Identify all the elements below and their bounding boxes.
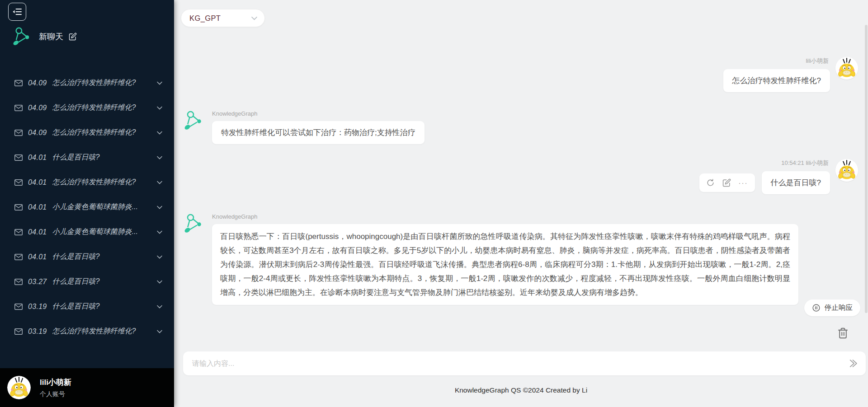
history-date: 04.01 xyxy=(28,178,47,187)
footer-text: KnowledgeGraph QS ©2024 Created by Li xyxy=(174,386,868,394)
chat-history-list: 04.09 怎么治疗特发性肺纤维化? 04.09 怎么治疗特发性肺纤维化? 04… xyxy=(0,70,174,344)
message-bubble: 百日咳熟悉一下：百日咳(pertussis，whoopingcough)是由百日… xyxy=(212,224,798,305)
user-avatar xyxy=(835,57,858,80)
history-title: 什么是百日咳? xyxy=(52,153,151,162)
user-message: 10:54:21 lili小萌新 ··· 什么是百日咳? xyxy=(699,159,858,194)
history-item[interactable]: 04.01 怎么治疗特发性肺纤维化? xyxy=(0,170,174,195)
chat-scrollbar[interactable] xyxy=(865,25,868,313)
chevron-down-icon[interactable] xyxy=(157,156,162,159)
history-title: 什么是百日咳? xyxy=(52,302,151,311)
envelope-icon xyxy=(14,179,23,186)
history-date: 03.27 xyxy=(28,278,47,286)
chevron-down-icon[interactable] xyxy=(157,255,162,259)
history-date: 04.09 xyxy=(28,79,47,87)
message-sender: lili小萌新 xyxy=(806,57,829,65)
history-date: 03.19 xyxy=(28,303,47,311)
chevron-down-icon[interactable] xyxy=(157,131,162,135)
history-date: 04.01 xyxy=(28,203,47,211)
history-title: 怎么治疗特发性肺纤维化? xyxy=(52,128,151,137)
message-input[interactable] xyxy=(191,359,848,368)
chevron-down-icon[interactable] xyxy=(157,206,162,209)
message-meta: 10:54:21 lili小萌新 xyxy=(781,159,829,167)
message-sender: KnowledgeGraph xyxy=(212,213,798,220)
history-title: 怎么治疗特发性肺纤维化? xyxy=(52,178,151,187)
history-item[interactable]: 04.01 什么是百日咳? xyxy=(0,244,174,269)
user-avatar xyxy=(7,376,31,399)
message-bubble: 怎么治疗特发性肺纤维化? xyxy=(723,69,830,92)
stop-response-label: 停止响应 xyxy=(825,303,853,313)
duck-avatar-icon xyxy=(7,376,31,399)
envelope-icon xyxy=(14,229,23,235)
chevron-down-icon[interactable] xyxy=(157,181,162,184)
history-title: 怎么治疗特发性肺纤维化? xyxy=(52,103,151,112)
envelope-icon xyxy=(14,130,23,136)
envelope-icon xyxy=(14,279,23,285)
envelope-icon xyxy=(14,80,23,86)
history-title: 小儿金黄色葡萄球菌肺炎... xyxy=(52,227,151,237)
history-date: 04.01 xyxy=(28,154,47,162)
stop-response-button[interactable]: 停止响应 xyxy=(804,299,860,316)
history-title: 怎么治疗特发性肺纤维化? xyxy=(52,78,151,88)
message-bubble: 特发性肺纤维化可以尝试如下治疗：药物治疗;支持性治疗 xyxy=(212,121,425,144)
new-chat-label: 新聊天 xyxy=(39,31,63,42)
chevron-down-icon[interactable] xyxy=(157,305,162,309)
message-sender: lili小萌新 xyxy=(806,159,829,166)
bot-message: KnowledgeGraph 特发性肺纤维化可以尝试如下治疗：药物治疗;支持性治… xyxy=(183,109,425,144)
refresh-icon xyxy=(706,178,715,187)
chevron-down-icon[interactable] xyxy=(157,330,162,333)
message-sender: KnowledgeGraph xyxy=(212,110,425,117)
history-item[interactable]: 03.19 怎么治疗特发性肺纤维化? xyxy=(0,319,174,344)
chevron-down-icon[interactable] xyxy=(157,280,162,284)
history-item[interactable]: 03.27 什么是百日咳? xyxy=(0,269,174,294)
history-title: 小儿金黄色葡萄球菌肺炎... xyxy=(52,202,151,212)
history-item[interactable]: 04.09 怎么治疗特发性肺纤维化? xyxy=(0,120,174,145)
user-profile[interactable]: lili小萌新 个人账号 xyxy=(0,368,174,407)
history-item[interactable]: 03.19 什么是百日咳? xyxy=(0,294,174,319)
history-date: 04.09 xyxy=(28,104,47,112)
profile-account-type: 个人账号 xyxy=(40,390,71,398)
message-time: 10:54:21 xyxy=(781,159,804,166)
model-selector[interactable]: KG_GPT xyxy=(181,9,265,27)
more-actions-icon[interactable]: ··· xyxy=(739,181,748,185)
app-window: 新聊天 04.09 怎么治疗特发性肺纤维化? 04.09 怎么治疗特发性肺纤维化… xyxy=(0,0,868,407)
history-title: 怎么治疗特发性肺纤维化? xyxy=(52,327,151,336)
edit-icon xyxy=(69,33,77,41)
bot-message: KnowledgeGraph 百日咳熟悉一下：百日咳(pertussis，who… xyxy=(183,212,798,305)
message-input-bar xyxy=(183,351,866,375)
pause-circle-icon xyxy=(812,304,821,312)
collapse-menu-icon xyxy=(12,6,23,17)
regenerate-button[interactable] xyxy=(706,178,715,187)
edit-message-button[interactable] xyxy=(722,178,731,187)
history-item[interactable]: 04.09 怎么治疗特发性肺纤维化? xyxy=(0,95,174,120)
user-avatar xyxy=(835,159,858,182)
history-date: 03.19 xyxy=(28,327,47,336)
collapse-sidebar-button[interactable] xyxy=(8,3,26,21)
sidebar: 新聊天 04.09 怎么治疗特发性肺纤维化? 04.09 怎么治疗特发性肺纤维化… xyxy=(0,0,174,407)
chevron-down-icon xyxy=(251,16,257,20)
history-item[interactable]: 04.01 小儿金黄色葡萄球菌肺炎... xyxy=(0,220,174,244)
send-icon xyxy=(848,359,859,368)
history-date: 04.01 xyxy=(28,253,47,261)
duck-avatar-icon xyxy=(835,57,858,80)
delete-chat-icon[interactable] xyxy=(837,327,849,339)
edit-icon xyxy=(722,178,731,187)
chat-area: KG_GPT lili小萌新 怎么治疗特发性肺纤维化? KnowledgeGra… xyxy=(174,0,868,407)
chevron-down-icon[interactable] xyxy=(157,230,162,234)
chevron-down-icon[interactable] xyxy=(157,81,162,85)
history-item[interactable]: 04.01 小儿金黄色葡萄球菌肺炎... xyxy=(0,195,174,220)
history-item[interactable]: 04.09 怎么治疗特发性肺纤维化? xyxy=(0,70,174,95)
send-button[interactable] xyxy=(848,359,859,368)
envelope-icon xyxy=(14,304,23,310)
history-date: 04.01 xyxy=(28,228,47,236)
message-bubble: 什么是百日咳? xyxy=(762,171,830,194)
envelope-icon xyxy=(14,105,23,111)
history-item[interactable]: 04.01 什么是百日咳? xyxy=(0,145,174,170)
knowledgegraph-logo-icon xyxy=(12,26,33,47)
new-chat-button[interactable]: 新聊天 xyxy=(12,25,174,48)
knowledgegraph-avatar-icon xyxy=(183,212,206,235)
envelope-icon xyxy=(14,154,23,161)
envelope-icon xyxy=(14,328,23,335)
chevron-down-icon[interactable] xyxy=(157,106,162,110)
duck-avatar-icon xyxy=(835,159,858,182)
history-title: 什么是百日咳? xyxy=(52,277,151,286)
